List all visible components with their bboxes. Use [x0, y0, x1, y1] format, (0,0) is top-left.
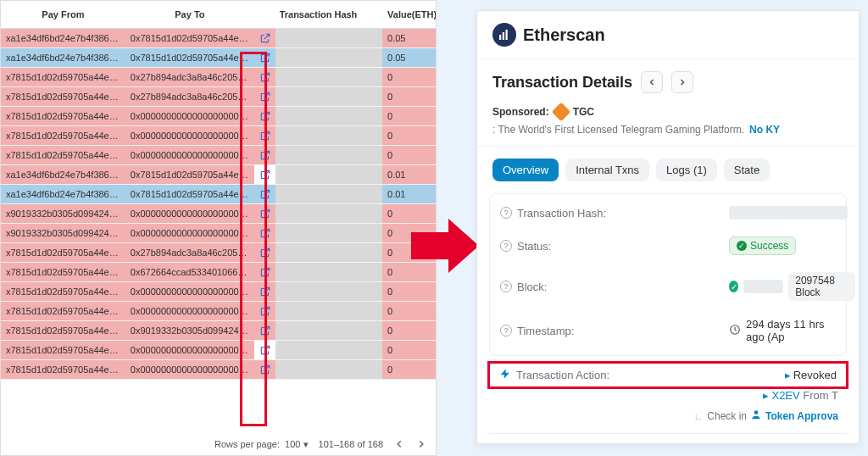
open-tx-link[interactable] [254, 243, 275, 263]
cell-tx-hash [275, 165, 382, 185]
svg-point-5 [754, 410, 759, 414]
tx-hash-redacted [729, 206, 848, 220]
cell-value: 0 [382, 282, 436, 302]
prev-tx-button[interactable] [641, 71, 663, 93]
next-page-button[interactable] [415, 438, 427, 450]
open-tx-link[interactable] [254, 165, 275, 185]
col-header-pay-from[interactable]: Pay From [1, 1, 125, 29]
external-link-icon [258, 206, 273, 221]
table-row[interactable]: x7815d1d02d59705a44eaab71b...0x000000000… [1, 341, 436, 360]
table-row[interactable]: x7815d1d02d59705a44eaab71b...0x27b894adc… [1, 87, 436, 107]
help-icon[interactable]: ? [500, 281, 512, 292]
table-row[interactable]: x7815d1d02d59705a44eaab71b...0x9019332b0… [1, 321, 436, 341]
cell-pay-to: 0x000000000000000000000000... [125, 146, 254, 165]
open-tx-link[interactable] [254, 87, 275, 107]
label-block: Block: [517, 281, 547, 293]
cell-value: 0 [382, 68, 436, 87]
table-row[interactable]: x7815d1d02d59705a44eaab71b...0x27b894adc… [1, 68, 436, 87]
cell-pay-to: 0x7815d1d02d59705a44eaab71b... [125, 29, 254, 48]
cell-value: 0 [382, 126, 436, 146]
table-row[interactable]: x7815d1d02d59705a44eaab71b...0x27b894adc… [1, 243, 436, 263]
cell-pay-to: 0x9019332b0305d09942497e17... [125, 321, 254, 341]
cell-tx-hash [275, 224, 382, 243]
table-row[interactable]: x7815d1d02d59705a44eaab71b...0x000000000… [1, 360, 436, 380]
cell-pay-to: 0x27b894adc3a8a46c2051abd79... [125, 87, 254, 107]
open-tx-link[interactable] [254, 282, 275, 302]
label-tx-action: Transaction Action: [516, 369, 609, 381]
open-tx-link[interactable] [254, 29, 275, 48]
help-icon[interactable]: ? [500, 325, 512, 336]
cell-value: 0 [382, 146, 436, 165]
cell-pay-from: x7815d1d02d59705a44eaab71b... [1, 68, 125, 87]
open-tx-link[interactable] [254, 263, 275, 282]
open-tx-link[interactable] [254, 107, 275, 126]
external-link-icon [258, 225, 273, 241]
table-row[interactable]: x7815d1d02d59705a44eaab71b...0x000000000… [1, 126, 436, 146]
external-link-icon [258, 323, 273, 338]
cell-pay-to: 0x000000000000000000000000... [125, 204, 254, 224]
svg-rect-3 [506, 30, 508, 40]
lightning-icon [499, 368, 511, 382]
table-row[interactable]: x7815d1d02d59705a44eaab71b...0x000000000… [1, 107, 436, 126]
cell-tx-hash [275, 263, 382, 282]
tab-overview[interactable]: Overview [492, 158, 559, 181]
tab-logs[interactable]: Logs (1) [656, 158, 717, 181]
table-row[interactable]: xa1e34df6bd24e7b4f3862aeb39...0x7815d1d0… [1, 29, 436, 48]
prev-page-button[interactable] [393, 438, 405, 450]
open-tx-link[interactable] [254, 341, 275, 360]
cell-tx-hash [275, 243, 382, 263]
open-tx-link[interactable] [254, 224, 275, 243]
open-tx-link[interactable] [254, 321, 275, 341]
open-tx-link[interactable] [254, 360, 275, 380]
from-text: From T [803, 389, 838, 402]
sponsored-link[interactable]: No KY [749, 124, 780, 136]
table-row[interactable]: xa1e34df6bd24e7b4f3862aeb39...0x7815d1d0… [1, 185, 436, 204]
table-row[interactable]: x7815d1d02d59705a44eaab71b...0x000000000… [1, 302, 436, 321]
tab-internal-txns[interactable]: Internal Txns [565, 158, 649, 181]
cell-pay-from: xa1e34df6bd24e7b4f3862aeb39... [1, 48, 125, 68]
open-tx-link[interactable] [254, 204, 275, 224]
token-approval-link[interactable]: Token Approva [765, 410, 838, 422]
tab-state[interactable]: State [724, 158, 770, 181]
cell-tx-hash [275, 360, 382, 380]
table-row[interactable]: x7815d1d02d59705a44eaab71b...0x672664cca… [1, 263, 436, 282]
open-tx-link[interactable] [254, 185, 275, 204]
cell-tx-hash [275, 29, 382, 48]
open-tx-link[interactable] [254, 146, 275, 165]
open-tx-link[interactable] [254, 126, 275, 146]
table-row[interactable]: xa1e34df6bd24e7b4f3862aeb39...0x7815d1d0… [1, 165, 436, 185]
cell-tx-hash [275, 146, 382, 165]
col-header-value[interactable]: Value(ETH) [382, 1, 436, 29]
col-header-pay-to[interactable]: Pay To [125, 1, 254, 29]
rows-per-page-value[interactable]: 100 [285, 439, 300, 449]
cell-pay-to: 0x672664ccad533401066ebb703... [125, 263, 254, 282]
cell-pay-to: 0x7815d1d02d59705a44eaab71b... [125, 185, 254, 204]
cell-value: 0 [382, 107, 436, 126]
cell-pay-from: x7815d1d02d59705a44eaab71b... [1, 107, 125, 126]
person-icon [750, 409, 762, 423]
cell-pay-to: 0x27b894adc3a8a46c2051abd79... [125, 243, 254, 263]
external-link-icon [258, 245, 273, 260]
open-tx-link[interactable] [254, 48, 275, 68]
pagination-range: 101–168 of 168 [319, 439, 383, 449]
cell-tx-hash [275, 87, 382, 107]
table-row[interactable]: x7815d1d02d59705a44eaab71b...0x000000000… [1, 282, 436, 302]
x2ev-link[interactable]: X2EV [771, 389, 799, 402]
open-tx-link[interactable] [254, 68, 275, 87]
table-row[interactable]: x9019332b0305d09942497e17...0x0000000000… [1, 204, 436, 224]
rows-per-page-label: Rows per page: [214, 439, 280, 449]
cell-value: 0 [382, 302, 436, 321]
cell-pay-from: x7815d1d02d59705a44eaab71b... [1, 126, 125, 146]
external-link-icon [258, 362, 273, 377]
table-row[interactable]: xa1e34df6bd24e7b4f3862aeb39...0x7815d1d0… [1, 48, 436, 68]
help-icon[interactable]: ? [500, 240, 512, 252]
help-icon[interactable]: ? [500, 207, 512, 219]
table-row[interactable]: x7815d1d02d59705a44eaab71b...0x000000000… [1, 146, 436, 165]
table-row[interactable]: x9019332b0305d09942497e17...0x0000000000… [1, 224, 436, 243]
cell-value: 0.01 [382, 185, 436, 204]
next-tx-button[interactable] [671, 71, 693, 93]
check-icon: ✓ [729, 281, 738, 292]
col-header-tx-hash[interactable]: Transaction Hash [254, 1, 382, 29]
tgc-icon [551, 103, 570, 122]
open-tx-link[interactable] [254, 302, 275, 321]
